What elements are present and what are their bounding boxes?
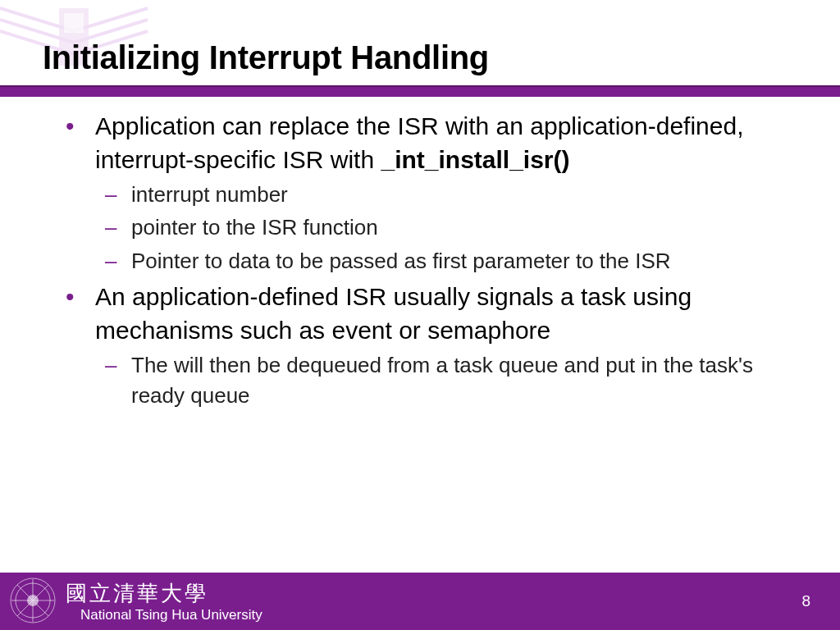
bullet-bold: _int_install_isr() <box>381 146 569 173</box>
university-name-english: National Tsing Hua University <box>80 607 262 623</box>
slide-title: Initializing Interrupt Handling <box>43 39 797 76</box>
bullet-list: Application can replace the ISR with an … <box>57 110 791 410</box>
sub-list: interrupt number pointer to the ISR func… <box>95 180 791 276</box>
sub-list: The will then be dequeued from a task qu… <box>95 350 791 410</box>
title-divider <box>0 85 840 97</box>
svg-point-8 <box>27 595 39 606</box>
svg-rect-1 <box>64 13 84 33</box>
sub-item: pointer to the ISR function <box>95 212 791 242</box>
bullet-item: Application can replace the ISR with an … <box>57 110 791 276</box>
university-seal-icon <box>8 576 57 625</box>
slide-footer: 國立清華大學 National Tsing Hua University 8 <box>0 573 840 630</box>
university-name-chinese: 國立清華大學 <box>66 579 208 608</box>
bullet-item: An application-defined ISR usually signa… <box>57 281 791 410</box>
sub-item: interrupt number <box>95 180 791 209</box>
slide: Initializing Interrupt Handling Applicat… <box>0 0 840 630</box>
sub-item: Pointer to data to be passed as first pa… <box>95 246 791 276</box>
bullet-text: An application-defined ISR usually signa… <box>95 283 692 344</box>
sub-item: The will then be dequeued from a task qu… <box>95 350 791 410</box>
slide-content: Application can replace the ISR with an … <box>57 110 791 415</box>
page-number: 8 <box>801 592 810 610</box>
